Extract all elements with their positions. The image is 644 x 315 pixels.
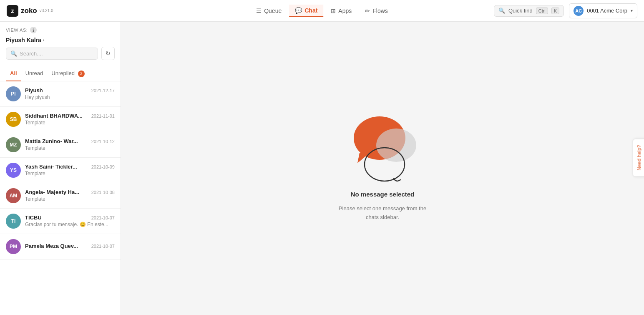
main-area: VIEW AS: ℹ Piyush Kalra › 🔍 ↻ All Unread	[0, 22, 644, 315]
quick-find-button[interactable]: 🔍 Quick find Ctrl K	[494, 5, 564, 17]
search-input[interactable]	[20, 50, 93, 57]
nav-chat[interactable]: 💬 Chat	[289, 5, 323, 17]
search-icon: 🔍	[498, 8, 505, 14]
chat-preview: Template	[25, 120, 115, 126]
avatar: PI	[6, 86, 21, 101]
chat-name: Siddhant BHARDWA...	[25, 113, 83, 119]
chat-date: 2021-12-17	[91, 88, 115, 93]
chat-preview: Template	[25, 196, 115, 202]
tab-unread[interactable]: Unread	[21, 67, 48, 81]
chat-info: Pamela Meza Quev... 2021-10-07	[25, 243, 115, 250]
nav-apps[interactable]: ⊞ Apps	[325, 5, 357, 17]
view-as-row: VIEW AS: ℹ	[6, 27, 115, 33]
account-button[interactable]: AC 0001 Acme Corp ▾	[569, 3, 637, 18]
tab-all[interactable]: All	[6, 67, 21, 81]
chat-info: Angela- Majesty Ha... 2021-10-08 Templat…	[25, 189, 115, 202]
chat-info: Siddhant BHARDWA... 2021-11-01 Template	[25, 113, 115, 126]
chat-name: Pamela Meza Quev...	[25, 243, 78, 249]
chat-illustration	[347, 115, 418, 184]
chat-preview: Gracias por tu mensaje. 😊 En este...	[25, 222, 115, 227]
flows-icon: ✏	[365, 8, 370, 14]
chat-list: PI Piyush 2021-12-17 Hey piyush SB Siddh…	[0, 81, 121, 315]
logo-area: z zoko v3.21.0	[7, 5, 53, 17]
chat-item[interactable]: YS Yash Saini- Tickler... 2021-10-09 Tem…	[0, 158, 121, 183]
chat-name: Mattia Zunino- War...	[25, 138, 78, 144]
chat-item[interactable]: MZ Mattia Zunino- War... 2021-10-12 Temp…	[0, 132, 121, 158]
chat-item[interactable]: AM Angela- Majesty Ha... 2021-10-08 Temp…	[0, 183, 121, 209]
topnav: z zoko v3.21.0 ☰ Queue 💬 Chat ⊞ Apps ✏ F…	[0, 0, 644, 22]
chat-item[interactable]: PM Pamela Meza Quev... 2021-10-07	[0, 234, 121, 260]
queue-icon: ☰	[256, 8, 262, 14]
empty-state: No message selected Please select one me…	[339, 115, 426, 222]
chat-info: Piyush 2021-12-17 Hey piyush	[25, 87, 115, 100]
svg-point-2	[376, 129, 416, 162]
avatar: AM	[6, 188, 21, 203]
user-chevron-icon: ›	[43, 38, 45, 43]
chevron-down-icon: ▾	[631, 8, 633, 13]
chat-date: 2021-10-07	[91, 215, 115, 220]
avatar: MZ	[6, 137, 21, 152]
unreplied-badge: 3	[78, 71, 85, 77]
chat-date: 2021-10-09	[91, 164, 115, 169]
nav-queue[interactable]: ☰ Queue	[250, 5, 287, 17]
tabs-row: All Unread Unreplied 3	[0, 67, 121, 81]
chat-name: Yash Saini- Tickler...	[25, 164, 77, 170]
avatar: PM	[6, 239, 21, 254]
chat-info: Mattia Zunino- War... 2021-10-12 Templat…	[25, 138, 115, 151]
refresh-icon: ↻	[106, 50, 111, 57]
avatar: YS	[6, 163, 21, 178]
apps-icon: ⊞	[331, 8, 336, 14]
chat-item[interactable]: SB Siddhant BHARDWA... 2021-11-01 Templa…	[0, 107, 121, 132]
nav-flows[interactable]: ✏ Flows	[359, 5, 394, 17]
refresh-button[interactable]: ↻	[101, 47, 115, 60]
chat-item[interactable]: TI TICBU 2021-10-07 Gracias por tu mensa…	[0, 209, 121, 234]
quick-find-label: Quick find	[508, 8, 533, 14]
avatar: TI	[6, 214, 21, 229]
kbd-ctrl: Ctrl	[536, 8, 548, 14]
account-avatar: AC	[574, 6, 584, 16]
chat-preview: Template	[25, 145, 115, 151]
chat-info: TICBU 2021-10-07 Gracias por tu mensaje.…	[25, 214, 115, 227]
chat-info: Yash Saini- Tickler... 2021-10-09 Templa…	[25, 164, 115, 176]
tab-unreplied[interactable]: Unreplied 3	[47, 67, 88, 81]
logo-icon: z	[7, 5, 18, 17]
app-version: v3.21.0	[40, 8, 53, 13]
empty-title: No message selected	[351, 191, 415, 198]
view-as-user[interactable]: Piyush Kalra ›	[6, 37, 115, 43]
empty-subtitle: Please select one message from thechats …	[339, 204, 426, 222]
app-name: zoko	[21, 7, 37, 15]
nav-center: ☰ Queue 💬 Chat ⊞ Apps ✏ Flows	[250, 5, 394, 17]
chat-preview: Template	[25, 171, 115, 176]
kbd-k: K	[551, 8, 559, 14]
chat-preview: Hey piyush	[25, 94, 115, 100]
search-box[interactable]: 🔍	[6, 48, 98, 60]
nav-right: 🔍 Quick find Ctrl K AC 0001 Acme Corp ▾	[494, 3, 637, 18]
chat-date: 2021-11-01	[91, 113, 115, 118]
need-help-button[interactable]: Need help?	[632, 139, 644, 176]
info-icon[interactable]: ℹ	[30, 27, 37, 33]
sidebar: VIEW AS: ℹ Piyush Kalra › 🔍 ↻ All Unread	[0, 22, 121, 315]
nav-flows-label: Flows	[372, 8, 388, 14]
view-as-label: VIEW AS:	[6, 28, 28, 33]
nav-queue-label: Queue	[264, 8, 282, 14]
chat-date: 2021-10-08	[91, 190, 115, 195]
search-icon: 🔍	[10, 50, 17, 57]
account-name: 0001 Acme Corp	[587, 8, 627, 14]
chat-name: Piyush	[25, 87, 43, 93]
view-as-username: Piyush Kalra	[6, 37, 41, 43]
nav-chat-label: Chat	[304, 7, 317, 14]
chat-icon: 💬	[295, 7, 302, 14]
avatar: SB	[6, 112, 21, 127]
search-row: 🔍 ↻	[0, 47, 121, 63]
chat-date: 2021-10-12	[91, 139, 115, 144]
chat-name: Angela- Majesty Ha...	[25, 189, 79, 195]
chat-item[interactable]: PI Piyush 2021-12-17 Hey piyush	[0, 81, 121, 107]
chat-date: 2021-10-07	[91, 244, 115, 249]
chat-name: TICBU	[25, 214, 42, 221]
sidebar-header: VIEW AS: ℹ Piyush Kalra ›	[0, 22, 121, 47]
nav-apps-label: Apps	[338, 8, 352, 14]
main-content: No message selected Please select one me…	[121, 22, 644, 315]
